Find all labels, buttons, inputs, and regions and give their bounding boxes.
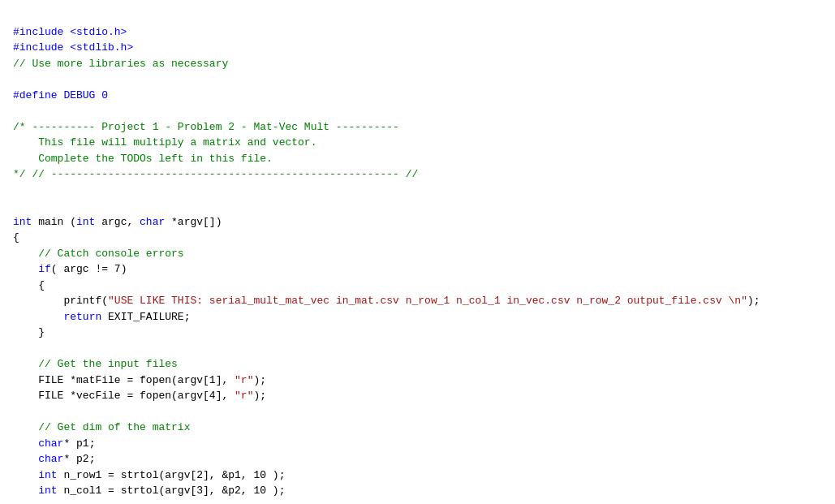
code-token: printf(	[13, 295, 108, 307]
code-line: {	[13, 278, 835, 294]
code-line: {	[13, 230, 835, 246]
code-line: if( argc != 7)	[13, 261, 835, 278]
code-editor: #include <stdio.h>#include <stdlib.h>// …	[13, 8, 835, 504]
code-line	[13, 198, 835, 214]
code-token: #include <stdio.h>	[13, 26, 127, 38]
code-token: *argv[])	[165, 216, 222, 228]
code-token	[13, 485, 38, 497]
code-token: * p1;	[63, 437, 95, 450]
code-line: #include <stdio.h>	[13, 24, 835, 41]
code-line: int main (int argc, char *argv[])	[13, 214, 835, 230]
code-token: char	[38, 437, 63, 450]
code-token: int	[38, 485, 57, 497]
code-line: // Get the input files	[13, 356, 835, 373]
code-token: );	[747, 295, 760, 307]
code-token: // Get dim of the matrix	[13, 421, 190, 433]
code-token: {	[13, 279, 45, 291]
code-token: char	[38, 453, 63, 465]
code-line: // Use more libraries as necessary	[13, 56, 835, 72]
code-token: int	[38, 469, 57, 481]
code-token: if	[38, 263, 51, 275]
code-line: return EXIT_FAILURE;	[13, 309, 835, 325]
code-token: );	[253, 374, 266, 386]
code-line	[13, 183, 835, 199]
code-token: );	[253, 390, 266, 402]
code-token: "USE LIKE THIS: serial_mult_mat_vec in_m…	[108, 295, 747, 307]
code-token: int	[13, 216, 32, 228]
code-token	[13, 311, 63, 323]
code-token: // Get the input files	[13, 358, 178, 370]
code-token: // Catch console errors	[13, 248, 184, 260]
code-line	[13, 404, 835, 420]
code-token: ( argc != 7)	[51, 263, 127, 275]
code-token: return	[63, 311, 101, 323]
code-line	[13, 103, 835, 119]
code-token: FILE *vecFile = fopen(argv[4],	[13, 390, 235, 402]
code-token: "r"	[235, 390, 253, 402]
code-token	[13, 263, 38, 275]
code-token: {	[13, 231, 19, 243]
code-token: // Use more libraries as necessary	[13, 58, 228, 70]
code-token: #define DEBUG 0	[13, 89, 108, 101]
code-line: // Get dim of the matrix	[13, 420, 835, 436]
code-token: EXIT_FAILURE;	[101, 311, 190, 323]
code-token	[13, 453, 38, 465]
code-token: main (	[32, 216, 76, 228]
code-token: "r"	[235, 374, 253, 386]
code-line: #include <stdlib.h>	[13, 40, 835, 56]
code-line	[13, 71, 835, 88]
code-token: Complete the TODOs left in this file.	[13, 153, 273, 165]
code-token: FILE *matFile = fopen(argv[1],	[13, 374, 235, 386]
code-line	[13, 499, 835, 505]
code-token: This file will multiply a matrix and vec…	[13, 136, 316, 149]
code-line: FILE *vecFile = fopen(argv[4], "r");	[13, 388, 835, 404]
code-line: This file will multiply a matrix and vec…	[13, 135, 835, 151]
code-line: /* ---------- Project 1 - Problem 2 - Ma…	[13, 119, 835, 136]
code-token: }	[13, 326, 45, 338]
code-token: n_col1 = strtol(argv[3], &p2, 10 );	[58, 485, 286, 497]
code-token: n_row1 = strtol(argv[2], &p1, 10 );	[58, 469, 286, 481]
code-token: int	[76, 216, 95, 228]
code-line: }	[13, 325, 835, 341]
code-token: * p2;	[63, 453, 95, 465]
code-line: int n_col1 = strtol(argv[3], &p2, 10 );	[13, 483, 835, 499]
code-line: Complete the TODOs left in this file.	[13, 151, 835, 167]
code-token	[13, 469, 38, 481]
code-line	[13, 341, 835, 357]
code-token: #include <stdlib.h>	[13, 41, 133, 54]
code-line: #define DEBUG 0	[13, 88, 835, 104]
code-line: FILE *matFile = fopen(argv[1], "r");	[13, 373, 835, 389]
code-line: // Catch console errors	[13, 246, 835, 262]
code-line: char* p1;	[13, 436, 835, 452]
code-line: printf("USE LIKE THIS: serial_mult_mat_v…	[13, 293, 835, 309]
code-line: int n_row1 = strtol(argv[2], &p1, 10 );	[13, 467, 835, 484]
code-token: */ // ----------------------------------…	[13, 168, 418, 180]
code-line: char* p2;	[13, 451, 835, 467]
code-token: argc,	[95, 216, 140, 228]
code-token: char	[140, 216, 165, 228]
code-line: */ // ----------------------------------…	[13, 166, 835, 183]
code-token	[13, 437, 38, 450]
code-token: /* ---------- Project 1 - Problem 2 - Ma…	[13, 121, 399, 133]
